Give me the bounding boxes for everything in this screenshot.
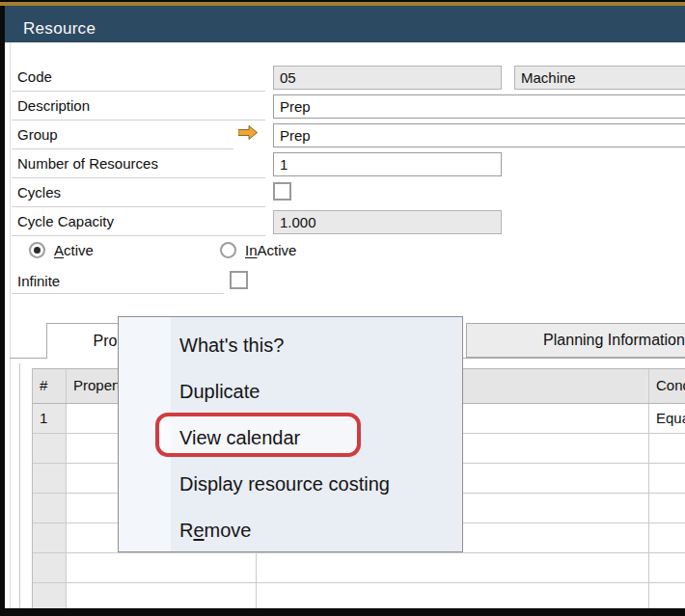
row-number-cell[interactable] [33, 553, 67, 582]
menu-item-remove[interactable]: Remove [119, 507, 462, 553]
content-left-divider [10, 42, 11, 608]
cycles-checkbox[interactable] [273, 182, 291, 201]
active-radio[interactable] [29, 242, 45, 258]
inactive-mnemonic: In [245, 242, 258, 258]
menu-item-whats-this[interactable]: What's this? [119, 322, 462, 368]
condition-cell[interactable] [649, 523, 685, 552]
cycle-capacity-label: Cycle Capacity [17, 213, 114, 229]
row-number-cell[interactable] [33, 523, 67, 552]
column-header-number[interactable]: # [33, 369, 67, 403]
window-title: Resource [23, 19, 96, 39]
menu-item-list: What's this? Duplicate View calendar Dis… [119, 322, 462, 553]
menu-item-display-resource-costing[interactable]: Display resource costing [119, 461, 462, 507]
inactive-radio-label[interactable]: InActive [245, 242, 296, 258]
condition-cell[interactable]: Equal [649, 404, 685, 433]
menu-item-duplicate[interactable]: Duplicate [119, 368, 462, 415]
active-mnemonic: A [54, 242, 64, 258]
row-number-cell[interactable] [33, 464, 67, 493]
condition-cell[interactable] [649, 434, 685, 463]
description-field[interactable]: Prep [273, 94, 685, 119]
condition-cell[interactable] [649, 553, 685, 582]
group-field[interactable]: Prep [273, 123, 685, 147]
divider [12, 293, 224, 294]
divider [12, 91, 265, 92]
window-border-left [0, 6, 5, 616]
row-number-cell[interactable] [33, 494, 67, 522]
property-cell[interactable] [67, 553, 257, 582]
number-of-resources-label: Number of Resources [17, 155, 158, 172]
number-of-resources-field[interactable]: 1 [273, 152, 502, 176]
cycles-label: Cycles [17, 184, 61, 201]
divider [12, 177, 265, 178]
resource-type-dropdown[interactable]: Machine [514, 66, 685, 90]
divider [12, 148, 233, 149]
divider [12, 235, 265, 236]
link-arrow-icon[interactable] [238, 125, 258, 140]
divider [12, 120, 265, 121]
window-border-bottom [0, 608, 685, 616]
active-rest: ctive [64, 242, 94, 258]
code-label: Code [17, 68, 52, 85]
column-header-condition[interactable]: Condition [649, 369, 685, 403]
cycle-capacity-field[interactable]: 1.000 [273, 210, 502, 234]
description-label: Description [17, 97, 90, 114]
resource-window: Resource Code Description Group Number o… [0, 0, 685, 616]
row-number-cell[interactable]: 1 [33, 404, 67, 433]
divider [12, 206, 265, 207]
inactive-rest: Active [258, 242, 297, 258]
active-radio-label[interactable]: Active [54, 242, 94, 258]
menu-item-view-calendar[interactable]: View calendar [119, 415, 462, 461]
tab-planning-information[interactable]: Planning Information [466, 323, 685, 358]
value-cell[interactable] [257, 553, 649, 582]
title-bar[interactable]: Resource [5, 6, 685, 42]
infinite-label: Infinite [17, 273, 60, 289]
table-row [33, 553, 685, 583]
row-number-cell[interactable] [33, 434, 67, 463]
condition-cell[interactable] [649, 494, 685, 522]
infinite-checkbox[interactable] [230, 271, 248, 289]
remove-rest: move [205, 520, 252, 541]
group-label: Group [17, 126, 58, 143]
context-menu: What's this? Duplicate View calendar Dis… [118, 316, 463, 552]
code-field[interactable]: 05 [273, 66, 502, 90]
condition-cell[interactable] [649, 464, 685, 493]
remove-mnemonic: e [193, 520, 204, 541]
inactive-radio[interactable] [220, 242, 236, 258]
remove-pre: R [179, 520, 193, 541]
tab-pane-frame [19, 363, 20, 608]
